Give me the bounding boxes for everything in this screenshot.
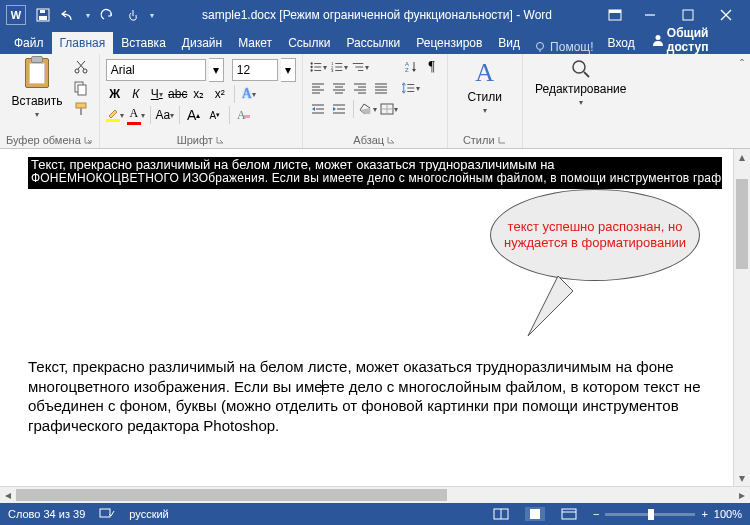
svg-rect-74 bbox=[562, 509, 576, 519]
tab-references[interactable]: Ссылки bbox=[280, 32, 338, 54]
svg-text:Z: Z bbox=[405, 67, 409, 73]
sort-button[interactable]: AZ bbox=[402, 58, 420, 76]
tab-view[interactable]: Вид bbox=[490, 32, 528, 54]
share-label: Общий доступ bbox=[667, 26, 742, 54]
dialog-launcher-icon[interactable] bbox=[497, 135, 507, 145]
share-button[interactable]: Общий доступ bbox=[643, 26, 750, 54]
paste-button[interactable]: Вставить ▾ bbox=[6, 56, 68, 121]
zoom-out-button[interactable]: − bbox=[593, 508, 599, 520]
decrease-indent-button[interactable] bbox=[309, 100, 327, 118]
svg-point-21 bbox=[310, 62, 312, 64]
numbering-button[interactable]: 123▾ bbox=[330, 58, 348, 76]
spellcheck-icon[interactable] bbox=[99, 506, 115, 522]
language-status[interactable]: русский bbox=[129, 508, 168, 520]
increase-indent-button[interactable] bbox=[330, 100, 348, 118]
document-body-text[interactable]: Текст, прекрасно различимый на белом лис… bbox=[28, 357, 712, 435]
save-icon[interactable] bbox=[34, 6, 52, 24]
tab-review[interactable]: Рецензиров bbox=[408, 32, 490, 54]
scroll-right-icon[interactable]: ▸ bbox=[734, 488, 750, 502]
italic-button[interactable]: К bbox=[127, 85, 145, 103]
styles-button[interactable]: A Стили ▾ bbox=[454, 56, 516, 117]
highlight-button[interactable]: ▾ bbox=[106, 106, 124, 124]
line-spacing-button[interactable]: ▾ bbox=[402, 79, 420, 97]
bulb-icon bbox=[534, 41, 546, 53]
tab-design[interactable]: Дизайн bbox=[174, 32, 230, 54]
align-right-button[interactable] bbox=[351, 79, 369, 97]
chevron-down-icon[interactable]: ▾ bbox=[209, 58, 224, 82]
styles-label: Стили bbox=[467, 90, 502, 104]
font-name-combo[interactable]: Arial bbox=[106, 59, 206, 81]
redo-icon[interactable] bbox=[98, 6, 116, 24]
svg-rect-6 bbox=[683, 10, 693, 20]
change-case-button[interactable]: Aa ▾ bbox=[156, 106, 174, 124]
superscript-button[interactable]: x² bbox=[211, 85, 229, 103]
touch-mode-icon[interactable] bbox=[124, 6, 142, 24]
text-effects-button[interactable]: A▾ bbox=[240, 85, 258, 103]
scrollbar-thumb[interactable] bbox=[736, 179, 748, 269]
collapse-ribbon-button[interactable]: ˆ bbox=[740, 58, 744, 72]
read-mode-button[interactable] bbox=[491, 507, 511, 521]
undo-icon[interactable] bbox=[60, 6, 78, 24]
scrollbar-thumb[interactable] bbox=[16, 489, 447, 501]
svg-point-13 bbox=[83, 69, 87, 73]
text-cursor bbox=[322, 380, 323, 395]
zoom-slider[interactable] bbox=[605, 513, 695, 516]
dialog-launcher-icon[interactable] bbox=[83, 135, 93, 145]
tab-file[interactable]: Файл bbox=[6, 32, 52, 54]
multilevel-button[interactable]: ▾ bbox=[351, 58, 369, 76]
sign-in[interactable]: Вход bbox=[600, 32, 643, 54]
svg-point-11 bbox=[655, 35, 660, 40]
word-count[interactable]: Слово 34 из 39 bbox=[8, 508, 85, 520]
tab-mailings[interactable]: Рассылки bbox=[338, 32, 408, 54]
scroll-up-icon[interactable]: ▴ bbox=[734, 149, 750, 165]
clear-formatting-button[interactable]: A bbox=[235, 106, 253, 124]
zoom-in-button[interactable]: + bbox=[701, 508, 707, 520]
cut-button[interactable] bbox=[72, 58, 90, 76]
bullets-button[interactable]: ▾ bbox=[309, 58, 327, 76]
ribbon-display-button[interactable] bbox=[600, 0, 630, 30]
tab-insert[interactable]: Вставка bbox=[113, 32, 174, 54]
zoom-level[interactable]: 100% bbox=[714, 508, 742, 520]
align-center-button[interactable] bbox=[330, 79, 348, 97]
callout-shape[interactable]: текст успешно распознан, но нуждается в … bbox=[490, 189, 710, 281]
vertical-scrollbar[interactable]: ▴ ▾ bbox=[733, 149, 750, 486]
editing-button[interactable]: Редактирование ▾ bbox=[529, 56, 633, 109]
tell-me[interactable]: Помощ! bbox=[528, 40, 599, 54]
format-painter-button[interactable] bbox=[72, 100, 90, 118]
shrink-font-button[interactable]: A▾ bbox=[206, 106, 224, 124]
dialog-launcher-icon[interactable] bbox=[386, 135, 396, 145]
zoom-control[interactable]: − + 100% bbox=[593, 508, 742, 520]
font-size-combo[interactable]: 12 bbox=[232, 59, 278, 81]
underline-button[interactable]: Ч ▾ bbox=[148, 85, 166, 103]
grow-font-button[interactable]: A▴ bbox=[185, 106, 203, 124]
person-icon bbox=[651, 33, 663, 47]
copy-button[interactable] bbox=[72, 79, 90, 97]
chevron-down-icon: ▾ bbox=[579, 98, 583, 107]
title-bar: W ▾ ▾ sample1.docx [Режим ограниченной ф… bbox=[0, 0, 750, 30]
horizontal-scrollbar[interactable]: ◂ ▸ bbox=[0, 486, 750, 503]
svg-point-12 bbox=[75, 69, 79, 73]
show-marks-button[interactable]: ¶ bbox=[423, 58, 441, 76]
print-layout-button[interactable] bbox=[525, 507, 545, 521]
font-color-button[interactable]: A▾ bbox=[127, 106, 145, 124]
web-layout-button[interactable] bbox=[559, 507, 579, 521]
strikethrough-button[interactable]: abc bbox=[169, 85, 187, 103]
svg-point-9 bbox=[537, 43, 544, 50]
scroll-left-icon[interactable]: ◂ bbox=[0, 488, 16, 502]
subscript-button[interactable]: x₂ bbox=[190, 85, 208, 103]
shading-button[interactable]: ▾ bbox=[359, 100, 377, 118]
chevron-down-icon[interactable]: ▾ bbox=[281, 58, 296, 82]
justify-button[interactable] bbox=[372, 79, 390, 97]
svg-rect-1 bbox=[39, 16, 47, 20]
group-styles: A Стили ▾ Стили bbox=[448, 54, 523, 148]
document-area[interactable]: Текст, прекрасно различимый на белом лис… bbox=[0, 149, 750, 486]
tab-layout[interactable]: Макет bbox=[230, 32, 280, 54]
undo-more-icon[interactable]: ▾ bbox=[86, 11, 90, 20]
dialog-launcher-icon[interactable] bbox=[215, 135, 225, 145]
paste-label: Вставить bbox=[12, 94, 63, 108]
align-left-button[interactable] bbox=[309, 79, 327, 97]
scroll-down-icon[interactable]: ▾ bbox=[734, 470, 750, 486]
bold-button[interactable]: Ж bbox=[106, 85, 124, 103]
tab-home[interactable]: Главная bbox=[52, 32, 114, 54]
borders-button[interactable]: ▾ bbox=[380, 100, 398, 118]
